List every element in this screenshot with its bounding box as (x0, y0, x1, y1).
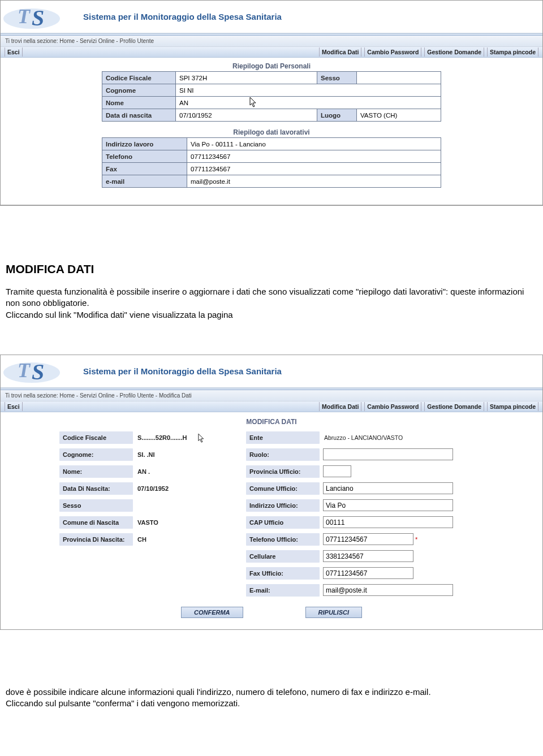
app-header-2: T S Sistema per il Monitoraggio della Sp… (1, 355, 542, 388)
screenshot-1: T S Sistema per il Monitoraggio della Sp… (0, 0, 543, 206)
table-dati-personali: Codice Fiscale SPI 372H Sesso Cognome SI… (102, 71, 441, 122)
lbl-cap-uff: CAP Ufficio (246, 516, 320, 529)
lbl-cellulare: Cellulare (246, 550, 320, 563)
val-luogo: VASTO (CH) (357, 109, 441, 122)
input-tel-uff[interactable] (323, 533, 413, 545)
input-comune-uff[interactable] (323, 482, 453, 494)
lbl-cf: Codice Fiscale (59, 431, 133, 444)
lbl-cognome: Cognome (102, 84, 176, 97)
input-email[interactable] (323, 584, 453, 596)
nav-gestione-domande[interactable]: Gestione Domande (424, 47, 484, 57)
input-indirizzo-uff[interactable] (323, 499, 453, 511)
doc-heading: MODIFICA DATI (6, 262, 537, 276)
lbl-nome: Nome (102, 97, 176, 109)
val-data-nascita: 07/10/1952 (176, 109, 317, 122)
ts-logo-icon: T S (1, 355, 74, 387)
lbl-nome2: Nome: (59, 465, 133, 478)
val-prov-nascita: CH (133, 536, 146, 543)
val-cf: S........52R0.......H (137, 434, 187, 441)
doc-p2: Cliccando sul link "Modifica dati" viene… (6, 309, 537, 321)
cursor-icon (249, 97, 258, 109)
lbl-data-nascita: Data di nascita (102, 109, 176, 122)
lbl-email: e-mail (102, 175, 187, 188)
val-comune-nascita: VASTO (133, 519, 158, 526)
lbl-dn2: Data Di Nascita: (59, 482, 133, 495)
breadcrumb-path-2: Home - Servizi Online - Profilo Utente -… (59, 392, 191, 399)
lbl-email2: E-mail: (246, 584, 320, 597)
breadcrumb: Ti trovi nella sezione: Home - Servizi O… (1, 36, 542, 47)
doc-p4: Cliccando sul pulsante "conferma" i dati… (6, 698, 537, 709)
section-title-lavorativi: Riepilogo dati lavorativi (1, 124, 542, 137)
val-fax: 07711234567 (187, 163, 441, 175)
lbl-ruolo: Ruolo: (246, 448, 320, 461)
val-dn2: 07/10/1952 (133, 485, 169, 492)
lbl-prov-nascita: Provincia Di Nascita: (59, 533, 133, 546)
svg-text:S: S (32, 5, 44, 31)
val-telefono: 07711234567 (187, 150, 441, 163)
required-asterisk-icon: * (413, 536, 417, 543)
input-ruolo[interactable] (323, 448, 453, 460)
input-cap-uff[interactable] (323, 516, 453, 528)
lbl-codice-fiscale: Codice Fiscale (102, 72, 176, 84)
breadcrumb-prefix-2: Ti trovi nella sezione: (5, 392, 58, 399)
screenshot-2: T S Sistema per il Monitoraggio della Sp… (0, 355, 543, 630)
ts-logo-icon: T S (1, 1, 74, 33)
lbl-indirizzo-lavoro: Indirizzo lavoro (102, 138, 187, 150)
val-nome: AN (179, 100, 188, 106)
modifica-form: Codice Fiscale S........52R0.......H Cog… (1, 429, 542, 599)
breadcrumb-2: Ti trovi nella sezione: Home - Servizi O… (1, 390, 542, 401)
lbl-telefono: Telefono (102, 150, 187, 163)
button-row: CONFERMA RIPULISCI (1, 607, 542, 618)
nav-stampa-pincode[interactable]: Stampa pincode (487, 47, 538, 57)
val-sesso (357, 72, 441, 84)
modifica-dati-title: MODIFICA DATI (1, 412, 542, 429)
breadcrumb-path: Home - Servizi Online - Profilo Utente (59, 38, 154, 44)
input-fax-uff[interactable] (323, 567, 413, 579)
esci-link[interactable]: Esci (5, 47, 23, 57)
nav-modifica-dati[interactable]: Modifica Dati (319, 47, 361, 57)
lbl-prov-uff: Provincia Ufficio: (246, 465, 320, 478)
lbl-fax: Fax (102, 163, 187, 175)
form-col-left: Codice Fiscale S........52R0.......H Cog… (59, 429, 246, 599)
nav-gestione-domande-2[interactable]: Gestione Domande (424, 402, 484, 411)
conferma-button[interactable]: CONFERMA (181, 607, 243, 618)
doc-section-middle: MODIFICA DATI Tramite questa funzionalit… (0, 245, 543, 326)
val-cognome: SI NI (179, 87, 194, 94)
cursor-icon (198, 433, 206, 444)
lbl-sesso: Sesso (317, 72, 357, 84)
nav-cambio-password-2[interactable]: Cambio Password (364, 402, 421, 411)
lbl-comune-nascita: Comune di Nascita (59, 516, 133, 529)
nav-modifica-dati-2[interactable]: Modifica Dati (319, 402, 361, 411)
input-cellulare[interactable] (323, 550, 413, 562)
lbl-cognome2: Cognome: (59, 448, 133, 461)
svg-text:T: T (18, 5, 31, 28)
form-col-right: Ente Abruzzo - LANCIANO/VASTO Ruolo: Pro… (246, 429, 484, 599)
separator (1, 205, 542, 205)
ripulisci-button[interactable]: RIPULISCI (305, 607, 362, 618)
table-dati-lavorativi: Indirizzo lavoro Via Po - 00111 - Lancia… (102, 137, 441, 188)
lbl-luogo: Luogo (317, 109, 357, 122)
nav-stampa-pincode-2[interactable]: Stampa pincode (487, 402, 538, 411)
input-prov-uff[interactable] (323, 465, 351, 477)
val-codice-fiscale: SPI 372H (176, 72, 317, 84)
section-title-personali: Riepilogo Dati Personali (1, 58, 542, 71)
doc-p3: dove è possibile indicare alcune informa… (6, 686, 537, 698)
lbl-fax-uff: Fax Ufficio: (246, 567, 320, 580)
lbl-sesso2: Sesso (59, 499, 133, 512)
esci-link-2[interactable]: Esci (5, 402, 23, 411)
nav-cambio-password[interactable]: Cambio Password (364, 47, 421, 57)
toolbar-2: Esci Modifica Dati Cambio Password Gesti… (1, 401, 542, 412)
app-title-2: Sistema per il Monitoraggio della Spesa … (83, 366, 282, 376)
val-email: mail@poste.it (187, 175, 441, 188)
toolbar: Esci Modifica Dati Cambio Password Gesti… (1, 47, 542, 58)
lbl-indirizzo-uff: Indirizzo Ufficio: (246, 499, 320, 512)
lbl-comune-uff: Comune Ufficio: (246, 482, 320, 495)
svg-text:T: T (18, 359, 31, 382)
svg-text:S: S (32, 359, 44, 385)
app-header: T S Sistema per il Monitoraggio della Sp… (1, 1, 542, 33)
val-ente: Abruzzo - LANCIANO/VASTO (320, 434, 403, 441)
lbl-tel-uff: Telefono Ufficio: (246, 533, 320, 546)
lbl-ente: Ente (246, 431, 320, 444)
doc-p1: Tramite questa funzionalità è possibile … (6, 286, 537, 309)
breadcrumb-prefix: Ti trovi nella sezione: (5, 38, 58, 44)
